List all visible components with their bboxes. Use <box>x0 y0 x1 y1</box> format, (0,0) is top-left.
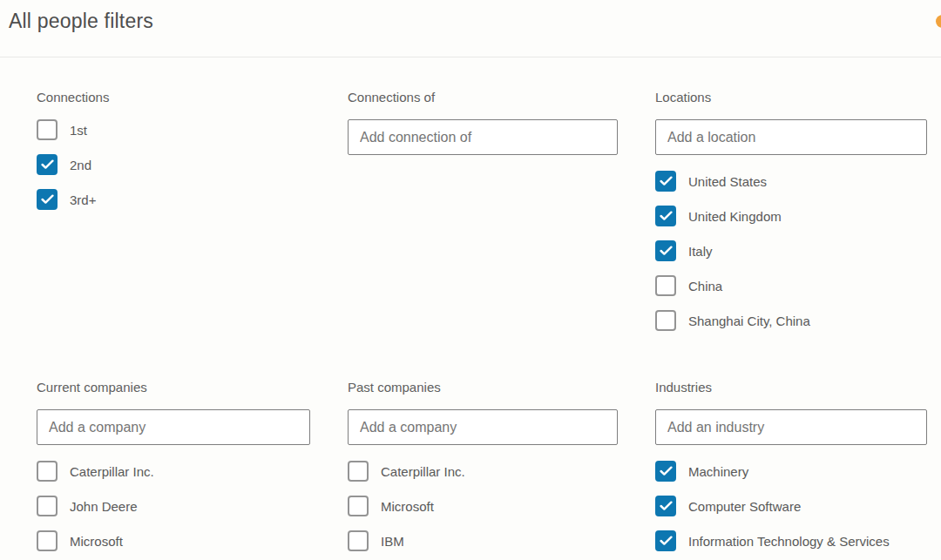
checkbox-label: Caterpillar Inc. <box>381 464 465 479</box>
connections-option-2nd[interactable]: 2nd <box>37 154 310 175</box>
checkmark-icon <box>41 159 54 170</box>
section-current-companies: Current companies Caterpillar Inc. John … <box>37 380 310 560</box>
section-label: Locations <box>655 90 927 105</box>
connections-option-list: 1st 2nd 3rd+ <box>37 119 310 210</box>
all-people-filters-page: { "header": { "title": "All people filte… <box>0 0 941 560</box>
checkbox-label: China <box>688 279 722 293</box>
current-companies-input[interactable] <box>37 409 310 445</box>
past-companies-option-ibm[interactable]: IBM <box>348 530 618 551</box>
section-connections-of: Connections of <box>348 90 618 380</box>
locations-option-china[interactable]: China <box>655 275 927 296</box>
filters-grid: Connections 1st 2nd 3rd+ <box>37 90 941 560</box>
past-companies-option-list: Caterpillar Inc. Microsoft IBM <box>348 461 618 551</box>
checkbox[interactable] <box>37 154 58 175</box>
checkbox[interactable] <box>348 496 369 516</box>
locations-option-united-states[interactable]: United States <box>655 171 927 192</box>
checkmark-icon <box>660 246 673 256</box>
checkbox[interactable] <box>348 530 369 551</box>
checkbox-label: Microsoft <box>70 534 123 549</box>
checkmark-icon <box>660 176 673 186</box>
checkbox[interactable] <box>655 206 676 226</box>
checkbox[interactable] <box>37 119 58 140</box>
checkmark-icon <box>660 211 673 221</box>
checkmark-icon <box>660 501 673 511</box>
checkbox[interactable] <box>655 496 676 516</box>
checkbox[interactable] <box>655 275 676 296</box>
checkbox-label: 1st <box>70 123 87 138</box>
locations-option-shanghai-city-china[interactable]: Shanghai City, China <box>655 310 927 331</box>
checkbox-label: Machinery <box>688 464 748 479</box>
section-label: Current companies <box>37 380 310 395</box>
industries-option-machinery[interactable]: Machinery <box>655 461 927 482</box>
checkbox-label: 3rd+ <box>70 192 96 207</box>
section-label: Connections of <box>348 90 618 105</box>
locations-option-list: United States United Kingdom Italy China <box>655 171 927 331</box>
checkbox-label: Italy <box>688 244 713 259</box>
checkbox[interactable] <box>37 189 58 210</box>
connections-option-1st[interactable]: 1st <box>37 119 310 140</box>
industries-option-list: Machinery Computer Software Information … <box>655 461 927 551</box>
checkbox[interactable] <box>655 461 676 482</box>
checkmark-icon <box>41 194 54 205</box>
checkbox[interactable] <box>348 461 369 482</box>
checkbox[interactable] <box>37 530 58 551</box>
section-locations: Locations United States United Kingdom I… <box>655 90 927 380</box>
section-label: Past companies <box>348 380 618 395</box>
section-past-companies: Past companies Caterpillar Inc. Microsof… <box>348 380 618 560</box>
page-header: All people filters <box>0 0 941 57</box>
checkbox-label: John Deere <box>70 499 138 514</box>
current-companies-option-john-deere[interactable]: John Deere <box>37 496 310 516</box>
section-industries: Industries Machinery Computer Software I… <box>655 380 927 560</box>
notification-dot-icon <box>936 15 941 28</box>
industries-input[interactable] <box>655 409 927 445</box>
past-companies-input[interactable] <box>348 409 618 445</box>
checkbox-label: Information Technology & Services <box>688 534 890 549</box>
checkmark-icon <box>660 466 673 476</box>
current-companies-option-microsoft[interactable]: Microsoft <box>37 530 310 551</box>
section-connections: Connections 1st 2nd 3rd+ <box>37 90 310 380</box>
checkbox-label: 2nd <box>70 158 91 172</box>
locations-input[interactable] <box>655 119 927 155</box>
checkbox-label: IBM <box>381 534 404 549</box>
checkbox[interactable] <box>655 171 676 192</box>
current-companies-option-list: Caterpillar Inc. John Deere Microsoft <box>37 461 310 551</box>
locations-option-united-kingdom[interactable]: United Kingdom <box>655 206 927 226</box>
section-label: Industries <box>655 380 927 395</box>
page-title: All people filters <box>9 10 153 33</box>
industries-option-computer-software[interactable]: Computer Software <box>655 496 927 516</box>
section-label: Connections <box>37 90 310 105</box>
checkbox[interactable] <box>655 530 676 551</box>
checkbox-label: Caterpillar Inc. <box>70 464 154 479</box>
industries-option-information-technology-services[interactable]: Information Technology & Services <box>655 530 927 551</box>
checkmark-icon <box>660 536 673 546</box>
checkbox-label: Microsoft <box>381 499 434 514</box>
checkbox-label: Shanghai City, China <box>688 314 810 328</box>
connections-option-3rd-plus[interactable]: 3rd+ <box>37 189 310 210</box>
checkbox-label: United States <box>688 174 767 189</box>
connections-of-input[interactable] <box>348 119 618 155</box>
checkbox[interactable] <box>655 240 676 261</box>
checkbox[interactable] <box>655 310 676 331</box>
checkbox-label: United Kingdom <box>688 209 782 224</box>
past-companies-option-caterpillar[interactable]: Caterpillar Inc. <box>348 461 618 482</box>
locations-option-italy[interactable]: Italy <box>655 240 927 261</box>
checkbox[interactable] <box>37 461 58 482</box>
past-companies-option-microsoft[interactable]: Microsoft <box>348 496 618 516</box>
checkbox[interactable] <box>37 496 58 516</box>
checkbox-label: Computer Software <box>688 499 801 514</box>
current-companies-option-caterpillar[interactable]: Caterpillar Inc. <box>37 461 310 482</box>
